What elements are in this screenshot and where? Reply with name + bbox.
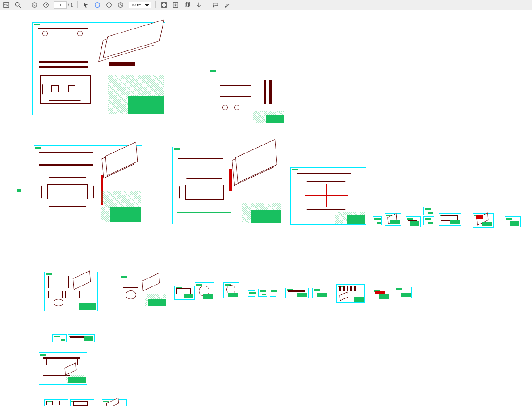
page-current-input[interactable]: [54, 1, 67, 9]
drawing-viewport[interactable]: [0, 10, 532, 406]
sheet-H2[interactable]: [68, 334, 95, 342]
sheet-F5[interactable]: [423, 216, 434, 225]
separator: [155, 1, 156, 8]
sheet-G13[interactable]: [395, 287, 412, 298]
image-icon[interactable]: [3, 1, 10, 8]
sheet-F2[interactable]: [385, 213, 401, 226]
separator: [26, 1, 26, 8]
circle-icon[interactable]: [105, 1, 113, 8]
sheet-G4[interactable]: [195, 282, 214, 300]
viewer-toolbar: / 1 100%: [0, 0, 532, 10]
separator: [207, 1, 207, 8]
cursor-icon[interactable]: [82, 1, 89, 8]
svg-line-2: [19, 6, 21, 8]
sheet-F8[interactable]: [505, 216, 521, 227]
sheet-G12[interactable]: [373, 289, 390, 300]
prev-page-icon[interactable]: [31, 1, 38, 8]
sheet-G1[interactable]: [44, 272, 98, 311]
sheet-F6[interactable]: [439, 213, 461, 226]
sheet-G6[interactable]: [248, 290, 255, 297]
fit-page-icon[interactable]: [160, 1, 168, 8]
arrow-down-icon[interactable]: [195, 1, 202, 8]
sheet-G8[interactable]: [270, 289, 276, 297]
page-indicator: / 1: [54, 1, 73, 9]
sheet-J1[interactable]: [44, 399, 68, 406]
next-page-icon[interactable]: [42, 1, 50, 8]
sheet-J3[interactable]: [102, 399, 127, 406]
comment-icon[interactable]: [212, 1, 219, 8]
marker-icon[interactable]: [223, 1, 230, 8]
sheet-G2[interactable]: [120, 275, 167, 307]
pan-tool-icon[interactable]: [94, 1, 101, 8]
svg-marker-5: [84, 3, 88, 8]
svg-point-4: [44, 3, 49, 8]
zoom-select[interactable]: 100%: [129, 2, 151, 8]
sheet-G7[interactable]: [258, 289, 267, 297]
sheet-I[interactable]: [39, 352, 87, 385]
sheet-G3[interactable]: [174, 286, 195, 300]
sheet-A[interactable]: [32, 22, 165, 115]
sheet-E[interactable]: [290, 167, 366, 225]
sheet-G5[interactable]: [223, 282, 239, 298]
download-icon[interactable]: [172, 1, 179, 8]
recent-icon[interactable]: [117, 1, 124, 8]
page-total: 1: [71, 3, 73, 8]
svg-point-3: [32, 3, 37, 8]
sheet-F4[interactable]: [423, 207, 434, 215]
sheet-D[interactable]: [172, 147, 282, 224]
sheet-J2[interactable]: [70, 399, 94, 406]
svg-point-7: [107, 3, 112, 8]
separator: [77, 1, 78, 8]
page-sep: /: [68, 3, 69, 8]
sheet-F1[interactable]: [373, 216, 382, 225]
sheet-G9[interactable]: [285, 288, 309, 298]
sheet-H1[interactable]: [52, 334, 67, 342]
sheet-G10[interactable]: [312, 288, 328, 298]
sheet-F3[interactable]: [406, 216, 421, 227]
sheet-G11[interactable]: [336, 284, 365, 303]
stray-marker: [17, 189, 21, 192]
svg-point-6: [95, 3, 100, 8]
copy-icon[interactable]: [184, 1, 191, 8]
sheet-C[interactable]: [34, 145, 142, 223]
zoom-icon[interactable]: [14, 1, 21, 8]
sheet-F7[interactable]: [473, 213, 494, 228]
sheet-B[interactable]: [209, 69, 285, 124]
